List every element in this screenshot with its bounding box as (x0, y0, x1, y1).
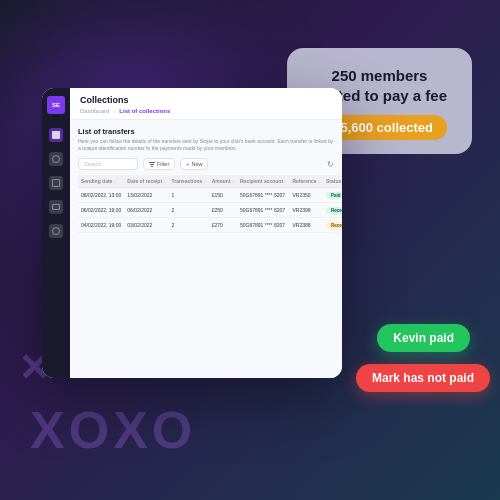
sidebar-icon-settings[interactable] (49, 224, 63, 238)
cell-status: Received (323, 218, 342, 233)
sort-arrow[interactable]: ↕ (232, 179, 234, 184)
cell-recipient: 50G67891 **** 8207 (237, 203, 289, 218)
filter-label: Filter (157, 161, 169, 167)
cell-reference: VR2388 (289, 218, 323, 233)
col-status: Status ↕ (323, 175, 342, 188)
cell-status: Received (323, 203, 342, 218)
app-window: SE Collections Dashboard › List of colle… (42, 88, 342, 378)
new-label: New (191, 161, 202, 167)
sort-arrow[interactable]: ↕ (163, 179, 165, 184)
sort-arrow[interactable]: ↕ (114, 179, 116, 184)
main-body: List of transfers Here you can follow th… (70, 120, 342, 240)
status-badge: Received (326, 222, 342, 229)
cell-amount: £150 (209, 188, 237, 203)
cell-recipient: 50G67891 **** 8207 (237, 218, 289, 233)
col-reference: Reference ↕ (289, 175, 323, 188)
col-amount: Amount ↕ (209, 175, 237, 188)
breadcrumb-separator: › (113, 108, 115, 114)
filter-button[interactable]: Filter (143, 158, 175, 170)
col-transactions: Transactions ↕ (168, 175, 208, 188)
cell-sending-date: 06/02/2022, 13:00 (78, 188, 124, 203)
sort-arrow[interactable]: ↕ (284, 179, 286, 184)
table-row: 06/02/2022, 19:00 06/02/2022 2 £250 50G6… (78, 203, 342, 218)
sidebar-icon-mail[interactable] (49, 200, 63, 214)
filter-icon (149, 162, 155, 167)
cell-amount: £250 (209, 203, 237, 218)
sidebar-icon-chart[interactable] (49, 176, 63, 190)
col-recipient: Recipient account ↕ (237, 175, 289, 188)
main-content: Collections Dashboard › List of collecti… (70, 88, 342, 378)
section-title: List of transfers (78, 127, 334, 136)
transfers-table: Sending date ↕ Date of receipt ↕ Transac… (78, 175, 342, 233)
cell-status: Paid (323, 188, 342, 203)
cell-receipt-date: 06/02/2022 (124, 203, 168, 218)
cell-receipt-date: 03/02/2022 (124, 218, 168, 233)
status-badge: Paid (326, 192, 342, 199)
cell-recipient: 50G67891 **** 8207 (237, 188, 289, 203)
breadcrumb-current: List of collections (119, 108, 170, 114)
col-receipt-date: Date of receipt ↕ (124, 175, 168, 188)
mark-notification: Mark has not paid (356, 364, 490, 392)
new-button[interactable]: + New (180, 158, 208, 170)
cell-reference: VR2350 (289, 188, 323, 203)
cell-amount: £270 (209, 218, 237, 233)
sidebar-icon-home[interactable] (49, 128, 63, 142)
toolbar: Search Filter + New ↻ (78, 158, 334, 170)
breadcrumb: Dashboard › List of collections (80, 108, 332, 114)
main-header: Collections Dashboard › List of collecti… (70, 88, 342, 120)
sidebar-icon-people[interactable] (49, 152, 63, 166)
col-sending-date: Sending date ↕ (78, 175, 124, 188)
sort-arrow[interactable]: ↕ (318, 179, 320, 184)
sidebar: SE (42, 88, 70, 378)
kevin-notification: Kevin paid (377, 324, 470, 352)
table-body: 06/02/2022, 13:00 13/02/2022 1 £150 50G6… (78, 188, 342, 233)
cell-sending-date: 06/02/2022, 19:00 (78, 203, 124, 218)
cell-reference: VR2399 (289, 203, 323, 218)
page-title: Collections (80, 95, 332, 105)
status-badge: Received (326, 207, 342, 214)
breadcrumb-dashboard[interactable]: Dashboard (80, 108, 109, 114)
cell-sending-date: 04/02/2022, 19:00 (78, 218, 124, 233)
search-box[interactable]: Search (78, 158, 138, 170)
xoxo-decoration: XOXO (30, 400, 196, 460)
sort-arrow[interactable]: ↕ (204, 179, 206, 184)
table-header-row: Sending date ↕ Date of receipt ↕ Transac… (78, 175, 342, 188)
table-row: 06/02/2022, 13:00 13/02/2022 1 £150 50G6… (78, 188, 342, 203)
table-row: 04/02/2022, 19:00 03/02/2022 2 £270 50G6… (78, 218, 342, 233)
section-description: Here you can follow the details of the t… (78, 138, 334, 152)
cell-transactions: 2 (168, 203, 208, 218)
cell-receipt-date: 13/02/2022 (124, 188, 168, 203)
cell-transactions: 2 (168, 218, 208, 233)
refresh-icon[interactable]: ↻ (327, 160, 334, 169)
cell-transactions: 1 (168, 188, 208, 203)
sidebar-logo: SE (47, 96, 65, 114)
